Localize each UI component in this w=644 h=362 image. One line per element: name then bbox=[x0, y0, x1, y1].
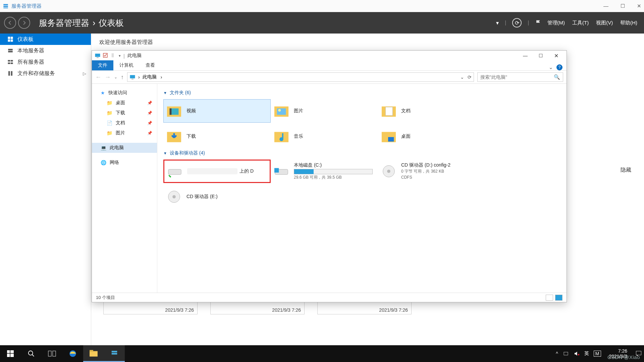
ribbon-tab-file[interactable]: 文件 bbox=[92, 60, 113, 70]
folder-item-documents[interactable]: 文档 bbox=[378, 99, 485, 123]
sm-header: 服务器管理器 › 仪表板 ▾ | ⟳ | 管理(M) 工具(T) 视图(V) 帮… bbox=[0, 12, 644, 34]
tray-ime-lang[interactable]: 英 bbox=[584, 351, 589, 357]
folder-item-pictures[interactable]: 图片 bbox=[271, 99, 378, 123]
svg-rect-53 bbox=[564, 352, 568, 355]
drive-item-c[interactable]: 本地磁盘 (C:) 29.6 GB 可用，共 39.5 GB bbox=[271, 160, 378, 183]
svg-rect-35 bbox=[274, 168, 279, 172]
menu-manage[interactable]: 管理(M) bbox=[547, 20, 565, 26]
folder-item-desktop[interactable]: 桌面 bbox=[378, 125, 485, 148]
ribbon-tab-computer[interactable]: 计算机 bbox=[113, 60, 140, 70]
nav-item-downloads[interactable]: 📁下载📌 bbox=[92, 108, 157, 118]
sidebar-item-label: 本地服务器 bbox=[17, 47, 44, 54]
checkbox-icon[interactable] bbox=[103, 53, 109, 59]
sidebar-item-dashboard[interactable]: 仪表板 bbox=[0, 34, 91, 45]
sidebar-item-storage[interactable]: 文件和存储服务 ▷ bbox=[0, 68, 91, 79]
minimize-icon[interactable]: — bbox=[603, 3, 608, 9]
nav-back-button[interactable]: ← bbox=[95, 74, 101, 81]
search-button[interactable] bbox=[21, 345, 42, 362]
address-crumb[interactable]: 此电脑 bbox=[143, 74, 157, 80]
pin-icon: 📌 bbox=[147, 121, 152, 125]
sm-card: 2021/9/3 7:26 bbox=[210, 300, 305, 314]
chevron-down-icon[interactable]: ▾ bbox=[496, 20, 499, 26]
sidebar-item-all-servers[interactable]: 所有服务器 bbox=[0, 56, 91, 68]
help-icon[interactable]: ? bbox=[556, 64, 562, 70]
dropdown-icon[interactable] bbox=[111, 53, 117, 59]
svg-point-39 bbox=[172, 195, 176, 198]
group-drives[interactable]: ▼设备和驱动器 (4) bbox=[163, 150, 560, 156]
refresh-button[interactable]: ⟳ bbox=[512, 18, 522, 27]
taskbar-server-manager[interactable] bbox=[104, 345, 125, 362]
nav-quick-access[interactable]: ★ 快速访问 bbox=[92, 88, 157, 98]
item-label: 下载 bbox=[186, 133, 196, 139]
refresh-button[interactable]: ⟳ bbox=[468, 74, 472, 80]
maximize-icon[interactable]: ☐ bbox=[533, 51, 548, 61]
nav-label: 网络 bbox=[110, 160, 119, 166]
maximize-icon[interactable]: ☐ bbox=[621, 3, 625, 9]
drive-item-d[interactable]: CD 驱动器 (D:) config-2 0 字节 可用，共 362 KB CD… bbox=[378, 160, 485, 183]
nav-item-pictures[interactable]: 📁图片📌 bbox=[92, 128, 157, 138]
start-button[interactable] bbox=[0, 345, 21, 362]
menu-tools[interactable]: 工具(T) bbox=[572, 20, 589, 26]
svg-rect-33 bbox=[168, 169, 181, 174]
folder-item-downloads[interactable]: 下载 bbox=[163, 125, 271, 148]
svg-rect-11 bbox=[8, 63, 10, 64]
svg-rect-47 bbox=[53, 351, 56, 356]
folder-item-music[interactable]: 音乐 bbox=[271, 125, 378, 148]
sidebar-item-local-server[interactable]: 本地服务器 bbox=[0, 45, 91, 56]
sidebar-item-label: 文件和存储服务 bbox=[17, 70, 55, 77]
flag-icon[interactable] bbox=[535, 20, 541, 26]
tray-ime-mode[interactable]: M bbox=[594, 351, 601, 357]
search-input[interactable] bbox=[480, 74, 554, 80]
taskbar-explorer[interactable] bbox=[83, 345, 104, 362]
svg-rect-19 bbox=[130, 75, 135, 78]
nav-item-documents[interactable]: 📄文档📌 bbox=[92, 118, 157, 128]
close-icon[interactable]: ✕ bbox=[548, 51, 564, 61]
menu-view[interactable]: 视图(V) bbox=[596, 20, 613, 26]
group-folders[interactable]: ▼文件夹 (6) bbox=[163, 90, 560, 96]
task-view-button[interactable] bbox=[42, 345, 62, 362]
address-dropdown[interactable]: ⌄ bbox=[460, 74, 464, 80]
svg-rect-10 bbox=[11, 60, 13, 62]
nav-item-this-pc[interactable]: 💻此电脑 bbox=[92, 143, 157, 153]
back-button[interactable] bbox=[4, 17, 16, 29]
ribbon-expand-icon[interactable]: ⌄ bbox=[549, 64, 553, 70]
minimize-icon[interactable]: — bbox=[518, 51, 533, 61]
drive-item-redirected-d[interactable]: 上的 D bbox=[163, 160, 271, 183]
fe-status-bar: 10 个项目 bbox=[92, 293, 567, 302]
tray-volume-icon[interactable] bbox=[574, 351, 580, 357]
ribbon-tab-view[interactable]: 查看 bbox=[140, 60, 161, 70]
dashboard-icon bbox=[7, 36, 13, 42]
menu-help[interactable]: 帮助(H) bbox=[620, 20, 637, 26]
star-icon: ★ bbox=[101, 90, 105, 96]
address-field[interactable]: › 此电脑 › ⌄ ⟳ bbox=[127, 72, 474, 82]
svg-rect-42 bbox=[7, 354, 10, 357]
tray-up-icon[interactable]: ^ bbox=[556, 351, 558, 356]
chevron-right-icon[interactable]: ▷ bbox=[83, 71, 86, 76]
nav-item-network[interactable]: 🌐网络 bbox=[92, 158, 157, 168]
breadcrumb-root[interactable]: 服务器管理器 bbox=[39, 17, 89, 28]
qat-dropdown[interactable]: ▾ bbox=[119, 54, 121, 58]
forward-button[interactable] bbox=[18, 17, 30, 29]
nav-up-button[interactable]: ↑ bbox=[121, 74, 124, 81]
storage-icon bbox=[7, 70, 13, 76]
tray-network-icon[interactable] bbox=[563, 351, 569, 357]
chevron-right-icon[interactable]: › bbox=[161, 74, 162, 80]
clock-time: 7:26 bbox=[609, 348, 628, 354]
close-icon[interactable]: ✕ bbox=[637, 3, 641, 9]
drive-item-e[interactable]: CD 驱动器 (E:) bbox=[163, 185, 271, 208]
music-folder-icon bbox=[274, 129, 289, 144]
icons-view-button[interactable] bbox=[555, 295, 562, 301]
hide-button[interactable]: 隐藏 bbox=[621, 167, 631, 174]
nav-recent-button[interactable]: ⌄ bbox=[114, 75, 117, 79]
taskbar-ie[interactable] bbox=[62, 345, 83, 362]
details-view-button[interactable] bbox=[546, 295, 553, 301]
nav-label: 快速访问 bbox=[108, 90, 127, 96]
search-icon[interactable]: 🔍 bbox=[554, 74, 560, 80]
search-box[interactable]: 🔍 bbox=[477, 72, 563, 82]
sm-breadcrumb: 服务器管理器 › 仪表板 bbox=[39, 17, 124, 28]
item-label: 文档 bbox=[401, 108, 411, 114]
nav-item-desktop[interactable]: 📁桌面📌 bbox=[92, 98, 157, 108]
nav-forward-button[interactable]: → bbox=[105, 74, 111, 81]
status-text: 10 个项目 bbox=[96, 295, 115, 301]
folder-item-videos[interactable]: 视频 bbox=[163, 99, 271, 123]
